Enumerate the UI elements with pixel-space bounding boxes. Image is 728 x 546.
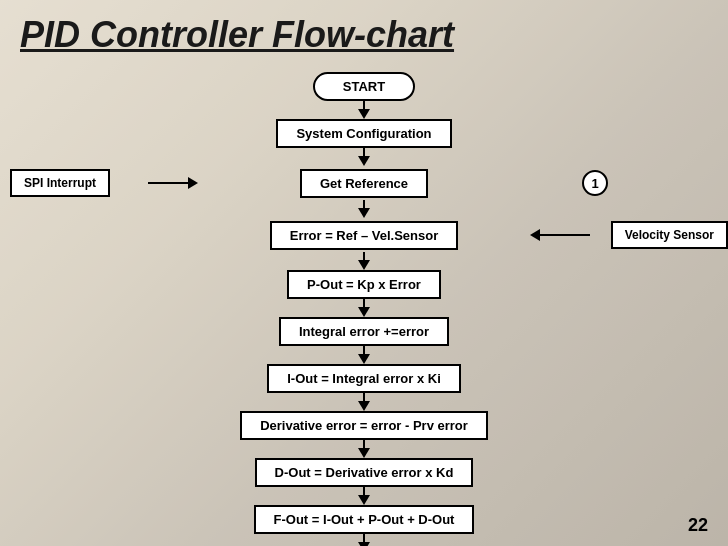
arrow-down: [358, 448, 370, 458]
arrow-right-icon: [188, 177, 198, 189]
arrow-down: [358, 542, 370, 546]
connector-line: [363, 252, 365, 260]
spi-arrow-group: [148, 177, 198, 189]
error-row: Error = Ref – Vel.Sensor Velocity Sensor: [0, 218, 728, 252]
arrow-down: [358, 401, 370, 411]
system-config-box: System Configuration: [276, 119, 451, 148]
arrow-down: [358, 307, 370, 317]
connector-line: [363, 487, 365, 495]
start-shape: START: [313, 72, 415, 101]
derivative-label: Derivative error = error - Prv error: [260, 418, 468, 433]
slide: PID Controller Flow-chart START System C…: [0, 0, 728, 546]
spi-interrupt-box: SPI Interrupt: [10, 169, 110, 197]
arrow-down: [358, 109, 370, 119]
p-out-label: P-Out = Kp x Error: [307, 277, 421, 292]
arrow-down: [358, 495, 370, 505]
connector-1-label: 1: [591, 176, 598, 191]
slide-content: PID Controller Flow-chart START System C…: [0, 0, 728, 546]
error-box: Error = Ref – Vel.Sensor: [270, 221, 458, 250]
get-reference-label: Get Reference: [320, 176, 408, 191]
arrow-down: [358, 260, 370, 270]
integral-label: Integral error +=error: [299, 324, 429, 339]
connector-line: [363, 393, 365, 401]
arrow-down: [358, 156, 370, 166]
i-out-box: I-Out = Integral error x Ki: [267, 364, 461, 393]
h-line: [148, 182, 188, 184]
get-reference-box: Get Reference: [300, 169, 428, 198]
start-label: START: [343, 79, 385, 94]
d-out-box: D-Out = Derivative error x Kd: [255, 458, 474, 487]
arrow-down: [358, 208, 370, 218]
connector-line: [363, 440, 365, 448]
connector-line: [363, 299, 365, 307]
p-out-box: P-Out = Kp x Error: [287, 270, 441, 299]
system-config-label: System Configuration: [296, 126, 431, 141]
f-out-label: F-Out = I-Out + P-Out + D-Out: [274, 512, 455, 527]
connector-line: [363, 101, 365, 109]
get-reference-row: SPI Interrupt Get Reference 1: [0, 166, 728, 200]
i-out-label: I-Out = Integral error x Ki: [287, 371, 441, 386]
velocity-sensor-label: Velocity Sensor: [625, 228, 714, 242]
connector-circle-1: 1: [582, 170, 608, 196]
slide-title: PID Controller Flow-chart: [0, 0, 728, 62]
connector-line: [363, 534, 365, 542]
spi-interrupt-label: SPI Interrupt: [24, 176, 96, 190]
connector-line: [363, 200, 365, 208]
arrow-down: [358, 354, 370, 364]
page-number: 22: [688, 515, 708, 536]
h-line: [540, 234, 590, 236]
error-label: Error = Ref – Vel.Sensor: [290, 228, 438, 243]
connector-line: [363, 346, 365, 354]
connector-line: [363, 148, 365, 156]
f-out-box: F-Out = I-Out + P-Out + D-Out: [254, 505, 475, 534]
integral-box: Integral error +=error: [279, 317, 449, 346]
arrow-left-icon: [530, 229, 540, 241]
vel-arrow-group: [530, 229, 590, 241]
velocity-sensor-box: Velocity Sensor: [611, 221, 728, 249]
d-out-label: D-Out = Derivative error x Kd: [275, 465, 454, 480]
derivative-box: Derivative error = error - Prv error: [240, 411, 488, 440]
